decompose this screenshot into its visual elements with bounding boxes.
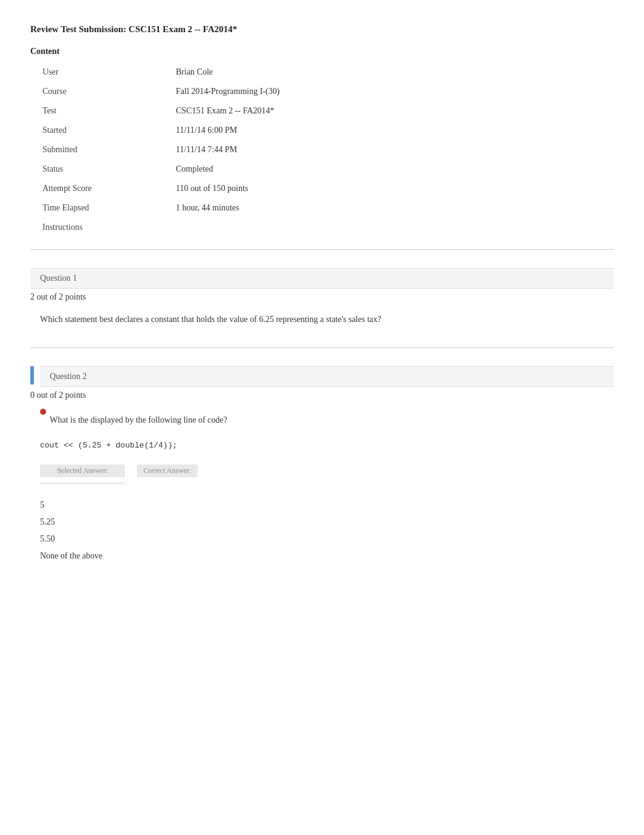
info-value: 110 out of 150 points [164, 179, 614, 198]
answer-options-header-row: Selected Answer: Correct Answer: [30, 462, 614, 480]
info-row: StatusCompleted [30, 159, 614, 179]
info-value: CSC151 Exam 2 -- FA2014* [164, 101, 614, 121]
blue-bar [30, 366, 34, 384]
question-2-block: Question 2 0 out of 2 points What is the… [30, 366, 614, 565]
question-1-text: Which statement best declares a constant… [30, 308, 614, 335]
info-key: Started [30, 121, 164, 140]
info-value: 1 hour, 44 minutes [164, 198, 614, 218]
answer-choice: 5 [40, 497, 614, 514]
info-row: Time Elapsed1 hour, 44 minutes [30, 198, 614, 218]
divider-1 [30, 249, 614, 250]
info-value: Fall 2014-Programming I-(30) [164, 82, 614, 101]
info-row: TestCSC151 Exam 2 -- FA2014* [30, 101, 614, 121]
info-value: 11/11/14 7:44 PM [164, 140, 614, 159]
info-table: UserBrian ColeCourseFall 2014-Programmin… [30, 62, 614, 237]
answer-choice: None of the above [40, 548, 614, 565]
question-2-text-wrapper: What is the displayed by the following l… [30, 406, 614, 438]
page-title: Review Test Submission: CSC151 Exam 2 --… [30, 24, 614, 35]
info-key: Attempt Score [30, 179, 164, 198]
info-key: Status [30, 159, 164, 179]
question-1-score: 2 out of 2 points [30, 289, 614, 308]
info-value: Brian Cole [164, 62, 614, 82]
info-row: Attempt Score110 out of 150 points [30, 179, 614, 198]
answer-choice: 5.50 [40, 531, 614, 548]
question-2-label: Question 2 [50, 372, 87, 381]
info-value: 11/11/14 6:00 PM [164, 121, 614, 140]
info-key: Instructions [30, 218, 164, 237]
question-2-score: 0 out of 2 points [30, 387, 614, 406]
info-key: Submitted [30, 140, 164, 159]
question-1-block: Question 1 2 out of 2 points Which state… [30, 268, 614, 335]
info-key: Test [30, 101, 164, 121]
info-key: Course [30, 82, 164, 101]
content-section: Content UserBrian ColeCourseFall 2014-Pr… [30, 47, 614, 237]
info-row: Submitted11/11/14 7:44 PM [30, 140, 614, 159]
info-value [164, 218, 614, 237]
question-1-header: Question 1 [30, 268, 614, 289]
question-2-header: Question 2 [40, 366, 614, 387]
answer-choices: 55.255.50None of the above [30, 497, 614, 565]
info-row: Started11/11/14 6:00 PM [30, 121, 614, 140]
red-dot-icon [40, 409, 46, 415]
question-2-code: cout << (5.25 + double(1/4)); [30, 438, 614, 456]
info-row: Instructions [30, 218, 614, 237]
question-2-header-wrapper: Question 2 [30, 366, 614, 387]
question-1-label: Question 1 [40, 273, 77, 283]
info-key: Time Elapsed [30, 198, 164, 218]
selected-answer-col-header: Selected Answer: [40, 464, 125, 477]
question-2-text: What is the displayed by the following l… [50, 409, 227, 436]
info-row: UserBrian Cole [30, 62, 614, 82]
info-row: CourseFall 2014-Programming I-(30) [30, 82, 614, 101]
selected-value [40, 482, 125, 485]
info-value: Completed [164, 159, 614, 179]
info-key: User [30, 62, 164, 82]
divider-2 [30, 347, 614, 348]
content-label: Content [30, 47, 614, 56]
answer-selected-row [30, 480, 614, 487]
correct-answer-col-header: Correct Answer: [137, 464, 198, 477]
answer-choice: 5.25 [40, 514, 614, 531]
